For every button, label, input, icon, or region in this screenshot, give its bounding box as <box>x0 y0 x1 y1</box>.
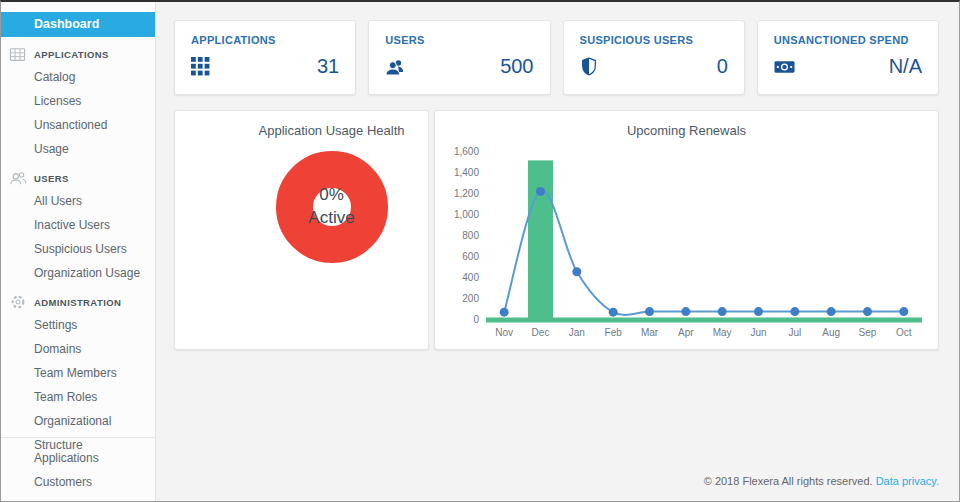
people-icon <box>1 170 34 186</box>
sidebar-nav: APPLICATIONS Catalog Licenses Unsanction… <box>1 37 155 433</box>
svg-text:Nov: Nov <box>495 327 513 338</box>
svg-text:Apr: Apr <box>678 327 694 338</box>
upcoming-renewals-card: Upcoming Renewals 02004006008001,0001,20… <box>434 110 939 350</box>
sidebar-item-domains[interactable]: Domains <box>1 337 155 361</box>
svg-text:400: 400 <box>462 272 479 283</box>
copyright-text: © 2018 Flexera All rights reserved. <box>704 475 873 487</box>
sidebar-section-label: USERS <box>34 173 69 184</box>
svg-text:200: 200 <box>462 293 479 304</box>
svg-text:Feb: Feb <box>604 327 622 338</box>
shield-icon <box>580 57 598 76</box>
banknote-icon <box>774 60 795 74</box>
donut-center-text: 0% Active <box>313 188 351 226</box>
sidebar-item-organizational-structure[interactable]: Organizational Structure <box>1 409 155 433</box>
page-footer: © 2018 Flexera All rights reserved.Data … <box>704 475 939 487</box>
stat-card-value: 500 <box>500 55 533 78</box>
stat-card-value: 0 <box>717 55 728 78</box>
charts-row: Application Usage Health 0% Active Upcom… <box>174 110 939 350</box>
donut-percent: 0% <box>319 184 344 207</box>
sidebar-item-team-roles[interactable]: Team Roles <box>1 385 155 409</box>
sidebar-item-organization-usage[interactable]: Organization Usage <box>1 261 155 285</box>
svg-text:Jun: Jun <box>750 327 766 338</box>
stat-card-label: USERS <box>385 34 533 46</box>
sidebar-item-inactive-users[interactable]: Inactive Users <box>1 213 155 237</box>
app-window: Dashboard APPLICATIONS Catalog Licenses … <box>0 0 960 502</box>
svg-text:Sep: Sep <box>858 327 876 338</box>
sidebar-item-settings[interactable]: Settings <box>1 313 155 337</box>
gear-icon <box>1 294 34 310</box>
sidebar-item-licenses[interactable]: Licenses <box>1 89 155 113</box>
grid-icon <box>191 57 210 76</box>
sidebar-item-usage[interactable]: Usage <box>1 137 155 161</box>
sidebar-section-label: ADMINISTRATION <box>34 297 121 308</box>
stat-card-label: UNSANCTIONED SPEND <box>774 34 922 46</box>
svg-text:1,600: 1,600 <box>453 146 478 157</box>
stat-card-suspicious-users[interactable]: SUSPICIOUS USERS 0 <box>563 20 745 95</box>
sidebar-item-catalog[interactable]: Catalog <box>1 65 155 89</box>
svg-text:1,000: 1,000 <box>453 209 478 220</box>
svg-text:1,200: 1,200 <box>453 188 478 199</box>
table-icon <box>1 47 34 62</box>
svg-text:1,400: 1,400 <box>453 167 478 178</box>
sidebar-item-customers[interactable]: Customers <box>1 470 155 494</box>
donut-label: Active <box>308 207 354 230</box>
usage-health-title: Application Usage Health <box>175 111 428 138</box>
stat-card-value: 31 <box>317 55 339 78</box>
sidebar-item-suspicious-users[interactable]: Suspicious Users <box>1 237 155 261</box>
sidebar-section-administration: ADMINISTRATION <box>1 291 155 313</box>
svg-text:600: 600 <box>462 251 479 262</box>
svg-text:Jan: Jan <box>568 327 584 338</box>
sidebar-section-label: APPLICATIONS <box>34 49 109 60</box>
svg-text:Jul: Jul <box>788 327 801 338</box>
sidebar-item-applications-bottom[interactable]: Applications <box>1 446 155 470</box>
sidebar-item-team-members[interactable]: Team Members <box>1 361 155 385</box>
sidebar: Dashboard APPLICATIONS Catalog Licenses … <box>1 2 156 501</box>
svg-text:May: May <box>712 327 731 338</box>
svg-text:Dec: Dec <box>531 327 549 338</box>
sidebar-section-applications: APPLICATIONS <box>1 43 155 65</box>
usage-health-card: Application Usage Health 0% Active <box>174 110 429 350</box>
sidebar-item-all-users[interactable]: All Users <box>1 189 155 213</box>
upcoming-renewals-title: Upcoming Renewals <box>435 111 938 138</box>
stat-card-label: SUSPICIOUS USERS <box>580 34 728 46</box>
svg-text:0: 0 <box>473 314 479 325</box>
stat-card-users[interactable]: USERS 500 <box>368 20 550 95</box>
stat-card-row: APPLICATIONS 31 USER <box>174 20 939 95</box>
sidebar-item-unsanctioned[interactable]: Unsanctioned <box>1 113 155 137</box>
renewals-chart-svg: 02004006008001,0001,2001,4001,600NovDecJ… <box>444 144 930 344</box>
stat-card-label: APPLICATIONS <box>191 34 339 46</box>
sidebar-section-users: USERS <box>1 167 155 189</box>
svg-text:Oct: Oct <box>896 327 912 338</box>
sidebar-bottom-group: Applications Customers <box>1 438 155 494</box>
svg-text:800: 800 <box>462 230 479 241</box>
usage-health-donut: 0% Active <box>276 151 388 263</box>
sidebar-item-dashboard[interactable]: Dashboard <box>1 12 155 37</box>
stat-card-value: N/A <box>889 55 922 78</box>
svg-text:Aug: Aug <box>822 327 840 338</box>
svg-text:Mar: Mar <box>640 327 658 338</box>
stat-card-applications[interactable]: APPLICATIONS 31 <box>174 20 356 95</box>
stat-card-unsanctioned-spend[interactable]: UNSANCTIONED SPEND N/A <box>757 20 939 95</box>
users-icon <box>385 58 405 76</box>
data-privacy-link[interactable]: Data privacy. <box>876 475 939 487</box>
main-content: APPLICATIONS 31 USER <box>156 2 959 501</box>
